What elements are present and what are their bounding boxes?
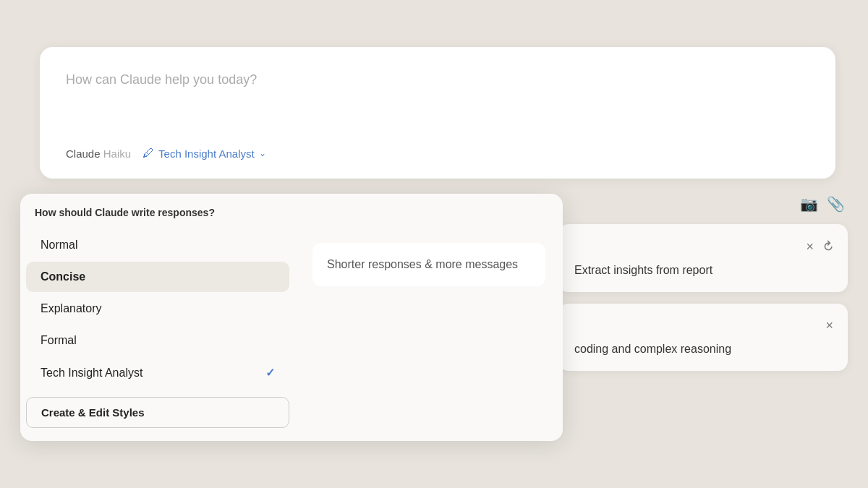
style-pen-icon: 🖊 <box>142 147 154 160</box>
style-item-tech-analyst[interactable]: Tech Insight Analyst ✓ <box>26 357 289 388</box>
style-item-explanatory[interactable]: Explanatory <box>26 294 289 324</box>
style-item-label-explanatory: Explanatory <box>41 302 102 315</box>
check-icon: ✓ <box>265 366 275 380</box>
close-icon: × <box>806 239 814 254</box>
model-name: Haiku <box>103 147 131 160</box>
camera-icon: 📷 <box>800 196 818 212</box>
card2-header: × <box>574 317 835 335</box>
close-icon-2: × <box>825 318 833 333</box>
right-section: 📷 📎 × ↻ Extract insights from report × c… <box>558 195 848 371</box>
style-item-formal[interactable]: Formal <box>26 325 289 356</box>
paperclip-icon: 📎 <box>827 196 845 212</box>
model-prefix: Claude <box>66 147 101 160</box>
card1-refresh-button[interactable]: ↻ <box>821 237 835 256</box>
refresh-icon: ↻ <box>818 237 837 256</box>
style-description-text: Shorter responses & more messages <box>312 243 545 286</box>
style-description-panel: Shorter responses & more messages <box>295 228 563 428</box>
style-item-label-formal: Formal <box>41 334 77 347</box>
card2-close-button[interactable]: × <box>824 317 835 335</box>
chevron-down-icon: ⌄ <box>259 148 266 158</box>
create-edit-styles-button[interactable]: Create & Edit Styles <box>26 397 289 428</box>
style-item-label-concise: Concise <box>41 270 85 283</box>
style-item-label-normal: Normal <box>41 239 78 252</box>
card1-header: × ↻ <box>574 237 835 256</box>
dropdown-body: Normal Concise Explanatory Formal Tech I… <box>20 228 563 428</box>
style-label: Tech Insight Analyst <box>158 147 255 160</box>
main-input-card: How can Claude help you today? Claude Ha… <box>40 47 835 179</box>
coding-card: × coding and complex reasoning <box>558 304 848 371</box>
style-selector-button[interactable]: 🖊 Tech Insight Analyst ⌄ <box>138 145 271 161</box>
style-item-concise[interactable]: Concise <box>26 262 289 292</box>
top-icons-bar: 📷 📎 <box>558 195 848 213</box>
card2-text: coding and complex reasoning <box>574 341 835 358</box>
card1-text: Extract insights from report <box>574 262 835 279</box>
style-item-normal[interactable]: Normal <box>26 230 289 260</box>
style-item-label-tech: Tech Insight Analyst <box>41 367 142 380</box>
style-dropdown: How should Claude write responses? Norma… <box>20 194 563 441</box>
dropdown-header: How should Claude write responses? <box>20 207 563 228</box>
main-input-placeholder[interactable]: How can Claude help you today? <box>66 70 809 128</box>
camera-button[interactable]: 📷 <box>800 195 818 213</box>
model-label: Claude Haiku <box>66 147 131 160</box>
paperclip-button[interactable]: 📎 <box>827 195 845 213</box>
card1-close-button[interactable]: × <box>804 237 815 256</box>
style-list: Normal Concise Explanatory Formal Tech I… <box>20 228 295 428</box>
card-footer: Claude Haiku 🖊 Tech Insight Analyst ⌄ <box>66 145 809 161</box>
extract-insights-card: × ↻ Extract insights from report <box>558 224 848 292</box>
